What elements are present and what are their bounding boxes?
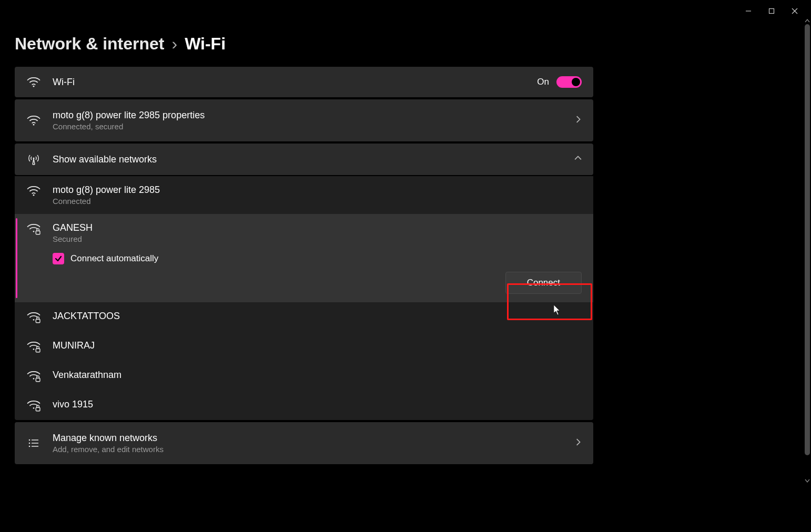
manage-known-networks-row[interactable]: Manage known networks Add, remove, and e… xyxy=(15,422,593,464)
scrollbar-up-arrow[interactable] xyxy=(805,18,810,24)
wifi-title: Wi-Fi xyxy=(53,77,525,88)
svg-point-11 xyxy=(33,231,35,232)
network-item[interactable]: vivo 1915 xyxy=(15,391,593,420)
svg-point-23 xyxy=(29,443,31,444)
network-name: vivo 1915 xyxy=(53,399,93,410)
svg-point-4 xyxy=(33,86,35,87)
wifi-icon xyxy=(26,185,41,196)
breadcrumb: Network & internet › Wi-Fi xyxy=(15,34,226,54)
manage-networks-subtitle: Add, remove, and edit networks xyxy=(53,445,563,454)
maximize-button[interactable] xyxy=(767,6,776,16)
network-item[interactable]: Venkatarathnam xyxy=(15,361,593,391)
chevron-up-icon xyxy=(574,155,582,164)
svg-rect-20 xyxy=(36,407,40,411)
connect-automatically-label: Connect automatically xyxy=(70,253,158,264)
available-networks-header[interactable]: Show available networks xyxy=(15,144,593,175)
scrollbar-down-arrow[interactable] xyxy=(805,477,810,484)
network-name: GANESH xyxy=(53,222,582,233)
connected-network-properties-row[interactable]: moto g(8) power lite 2985 properties Con… xyxy=(15,99,593,141)
wifi-lock-icon xyxy=(26,370,41,382)
connected-network-title: moto g(8) power lite 2985 properties xyxy=(53,110,563,121)
wifi-lock-icon xyxy=(26,222,41,235)
network-name: moto g(8) power lite 2985 xyxy=(53,185,160,196)
svg-rect-12 xyxy=(36,231,40,234)
network-item[interactable]: MUNIRAJ xyxy=(15,332,593,361)
wifi-icon xyxy=(26,115,41,126)
network-name: JACKTATTOOS xyxy=(53,311,120,322)
scrollbar-thumb[interactable] xyxy=(805,24,810,455)
window-controls xyxy=(732,0,811,22)
minimize-button[interactable] xyxy=(744,6,753,16)
wifi-state-label: On xyxy=(537,77,549,87)
svg-point-17 xyxy=(33,378,35,380)
list-icon xyxy=(26,437,41,449)
breadcrumb-current: Wi-Fi xyxy=(185,34,226,54)
svg-point-21 xyxy=(29,439,31,441)
network-item[interactable]: moto g(8) power lite 2985 Connected xyxy=(15,176,593,214)
svg-rect-16 xyxy=(36,349,40,352)
network-item-selected[interactable]: GANESH Secured Connect automatically Con… xyxy=(15,214,593,302)
svg-point-10 xyxy=(33,195,35,196)
wifi-lock-icon xyxy=(26,340,41,353)
svg-rect-18 xyxy=(36,378,40,382)
available-networks-list: moto g(8) power lite 2985 Connected GANE… xyxy=(15,176,593,420)
wifi-lock-icon xyxy=(26,399,41,412)
svg-rect-14 xyxy=(36,319,40,323)
network-status: Connected xyxy=(53,197,160,206)
svg-point-25 xyxy=(29,446,31,447)
available-networks-title: Show available networks xyxy=(53,154,563,165)
antenna-icon xyxy=(26,153,41,166)
wifi-toggle[interactable] xyxy=(556,76,582,88)
connect-button[interactable]: Connect xyxy=(505,272,582,294)
wifi-icon xyxy=(26,77,41,87)
connected-network-subtitle: Connected, secured xyxy=(53,122,563,131)
svg-line-8 xyxy=(34,159,35,165)
manage-networks-title: Manage known networks xyxy=(53,433,563,444)
settings-panel: Wi-Fi On moto g(8) power lite 2985 prope… xyxy=(15,67,593,466)
svg-point-5 xyxy=(33,124,35,126)
svg-point-19 xyxy=(33,407,35,409)
svg-point-13 xyxy=(33,319,35,321)
wifi-lock-icon xyxy=(26,311,41,323)
network-item[interactable]: JACKTATTOOS xyxy=(15,302,593,332)
breadcrumb-parent[interactable]: Network & internet xyxy=(15,34,164,54)
chevron-right-icon: › xyxy=(171,34,177,54)
chevron-right-icon xyxy=(574,116,582,125)
svg-rect-1 xyxy=(769,9,774,14)
connect-automatically-checkbox[interactable] xyxy=(53,253,64,264)
chevron-right-icon xyxy=(574,438,582,448)
close-button[interactable] xyxy=(790,6,799,16)
svg-point-15 xyxy=(33,349,35,350)
network-status: Secured xyxy=(53,234,582,243)
network-name: Venkatarathnam xyxy=(53,370,121,381)
wifi-toggle-row[interactable]: Wi-Fi On xyxy=(15,67,593,97)
network-name: MUNIRAJ xyxy=(53,340,95,351)
